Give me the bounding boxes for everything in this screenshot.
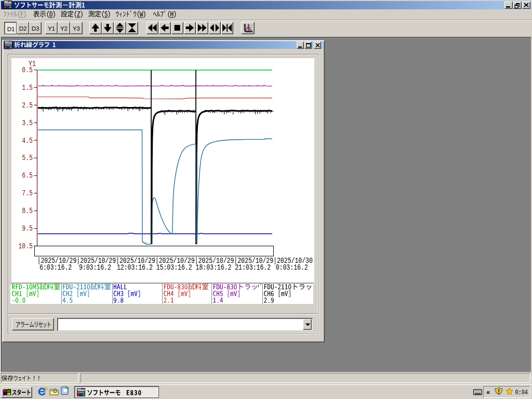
svg-text:5.5: 5.5 (22, 154, 33, 162)
svg-text:18:03:16.2: 18:03:16.2 (196, 263, 232, 271)
svg-text:6:03:16.2: 6:03:16.2 (39, 263, 72, 271)
svg-text:15:03:16.2: 15:03:16.2 (156, 263, 192, 271)
svg-text:Y3: Y3 (73, 25, 80, 32)
svg-text:«: « (486, 388, 490, 396)
svg-text:7.5: 7.5 (22, 189, 33, 197)
svg-text:8.5: 8.5 (22, 207, 33, 215)
svg-text:D1: D1 (7, 26, 15, 32)
svg-text:0:03:16.2: 0:03:16.2 (276, 263, 308, 271)
svg-text:2.5: 2.5 (22, 101, 33, 110)
svg-text:0.5: 0.5 (22, 66, 33, 74)
svg-text:4.5: 4.5 (22, 136, 33, 144)
svg-text:21:03:16.2: 21:03:16.2 (235, 263, 271, 271)
svg-text:9.5: 9.5 (22, 224, 33, 233)
svg-text:6.5: 6.5 (22, 171, 33, 180)
svg-text:D2: D2 (19, 25, 27, 32)
svg-text:12:03:16.2: 12:03:16.2 (117, 263, 153, 271)
svg-text:Y1: Y1 (48, 25, 55, 32)
svg-text:10.5: 10.5 (18, 242, 33, 250)
svg-text:D3: D3 (32, 25, 39, 32)
svg-text:1.5: 1.5 (22, 84, 33, 92)
svg-text:0:04: 0:04 (515, 389, 528, 396)
svg-text:9:03:16.2: 9:03:16.2 (79, 263, 111, 271)
svg-text:Y2: Y2 (60, 25, 68, 32)
svg-text:3.5: 3.5 (22, 119, 33, 127)
